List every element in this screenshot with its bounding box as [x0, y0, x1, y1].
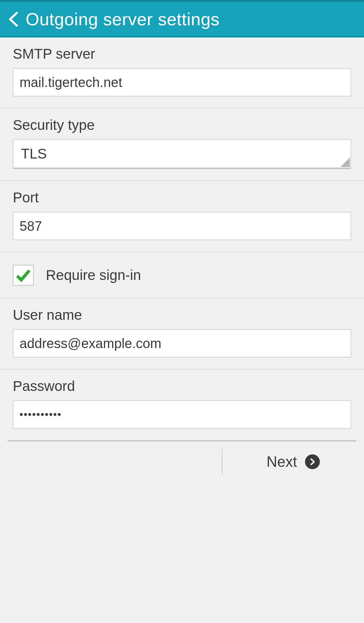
port-section: Port: [0, 181, 364, 252]
next-button-label: Next: [267, 453, 297, 470]
require-signin-label: Require sign-in: [46, 267, 141, 283]
smtp-section: SMTP server: [0, 37, 364, 109]
dropdown-caret-icon: [340, 158, 350, 167]
settings-form: SMTP server Security type TLS Port Requi…: [0, 37, 364, 482]
page-title: Outgoing server settings: [26, 9, 220, 29]
smtp-label: SMTP server: [13, 46, 351, 62]
smtp-input[interactable]: [13, 68, 351, 96]
next-button[interactable]: Next: [222, 442, 364, 482]
footer-bar: Next: [0, 442, 364, 482]
require-signin-row[interactable]: Require sign-in: [0, 252, 364, 299]
username-input[interactable]: [13, 329, 351, 358]
port-label: Port: [13, 190, 351, 206]
app-header: Outgoing server settings: [0, 2, 364, 37]
checkmark-icon: [15, 267, 31, 283]
security-label: Security type: [13, 117, 351, 133]
footer-spacer: [0, 449, 222, 475]
next-arrow-icon: [305, 454, 320, 469]
password-input[interactable]: [13, 400, 351, 429]
username-label: User name: [13, 307, 351, 323]
port-input[interactable]: [13, 212, 351, 240]
security-select-value: TLS: [21, 146, 47, 162]
password-section: Password: [0, 370, 364, 440]
password-label: Password: [13, 378, 351, 394]
require-signin-checkbox[interactable]: [13, 265, 34, 286]
username-section: User name: [0, 299, 364, 370]
security-select[interactable]: TLS: [13, 139, 351, 169]
security-section: Security type TLS: [0, 109, 364, 181]
back-icon[interactable]: [6, 11, 22, 27]
